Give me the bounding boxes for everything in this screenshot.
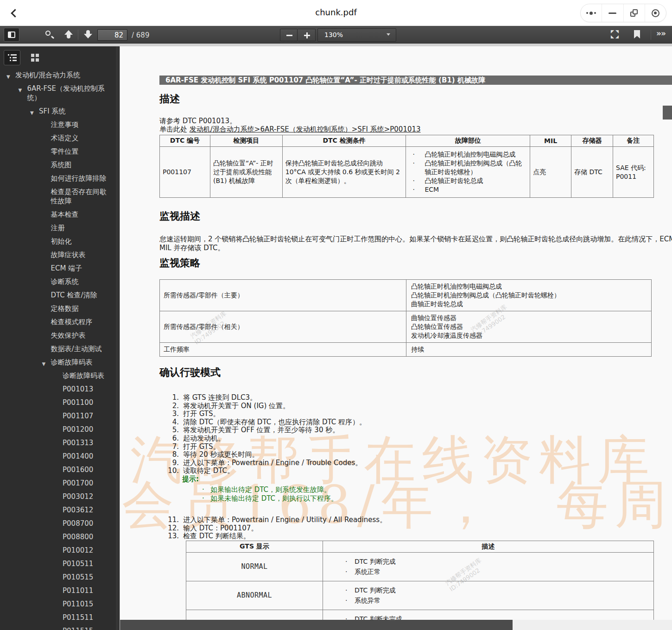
sidebar-item[interactable]: ▼基本检查 (0, 210, 115, 219)
page-number-input[interactable] (97, 29, 127, 41)
sidebar-item-label: P011015 (63, 600, 93, 608)
thumbnails-view-button[interactable] (27, 50, 44, 65)
sidebar-item-label: P008800 (63, 533, 93, 541)
search-icon (45, 31, 51, 36)
sidebar-item[interactable]: ▼失效保护表 (0, 331, 115, 340)
plus-icon-v (306, 32, 308, 38)
sidebar-item[interactable]: ▼诊断系统 (0, 277, 115, 286)
fault-location-cell: 凸轮轴正时机油控制电磁阀总成凸轮轴正时机油控制阀总成（凸轮轴正时齿轮螺栓）凸轮轴… (406, 147, 530, 198)
sidebar-item-label: P001600 (63, 466, 93, 474)
sidebar-item[interactable]: ▼P001013 (0, 384, 115, 394)
procedure-step: 13. 检查 DTC 判断结果。 (159, 532, 672, 541)
sidebar-item[interactable]: ▼P010511 (0, 559, 115, 568)
close-home-button[interactable] (645, 4, 666, 22)
zoom-level-select[interactable]: 130% (317, 28, 396, 42)
memory-cell: 存储 DTC (571, 147, 613, 198)
sidebar-item[interactable]: ▼发动机/混合动力系统 (0, 70, 115, 80)
sidebar-item[interactable]: ▼注意事项 (0, 120, 115, 129)
sidebar-item[interactable]: ▼P011015 (0, 599, 115, 609)
sidebar-item[interactable]: ▼P008800 (0, 532, 115, 542)
sidebar-item[interactable]: ▼诊断故障码表 (0, 371, 115, 380)
dtc-reference-link[interactable]: 发动机/混合动力系统>6AR-FSE（发动机控制系统）>SFI 系统>P0010… (190, 125, 421, 133)
sidebar-item-label: 术语定义 (51, 134, 79, 142)
sidebar-item[interactable]: ▼初始化 (0, 237, 115, 246)
sidebar-item[interactable]: ▼术语定义 (0, 133, 115, 143)
strategy-row: 所需传感器/零部件（主要） 凸轮轴正时机油控制电磁阀总成 凸轮轴正时机油控制阀总… (160, 280, 652, 311)
sidebar-item[interactable]: ▼P008700 (0, 519, 115, 528)
gts-row: ABNORMAL DTC 判断完成 系统异常 (186, 581, 654, 610)
sidebar-item[interactable]: ▼P011511 (0, 613, 115, 622)
sidebar-item-label: 定格数据 (51, 304, 79, 313)
more-tools-button[interactable]: »» (656, 29, 666, 38)
step-number: 13. (159, 532, 179, 541)
sidebar-item[interactable]: ▼如何进行故障排除 (0, 174, 115, 183)
sidebar-item[interactable]: ▼P001313 (0, 438, 115, 447)
sidebar-icon (8, 32, 15, 38)
sidebar-item[interactable]: ▼P003612 (0, 505, 115, 515)
section-title-confirm-driving: 确认行驶模式 (159, 366, 672, 378)
sidebar-item-label: 故障症状表 (51, 251, 86, 259)
sidebar-item[interactable]: ▼P011011 (0, 586, 115, 595)
sidebar-scrollbar-track[interactable] (116, 46, 119, 630)
float-window-button[interactable] (623, 4, 645, 22)
page-total-label: / 689 (132, 31, 149, 39)
reference-line: 请参考 DTC P001013。 (159, 117, 672, 125)
outline-view-button[interactable] (4, 50, 20, 65)
col-header: 检测项目 (210, 135, 282, 147)
sidebar-item[interactable]: ▼P001600 (0, 465, 115, 474)
sidebar-item[interactable]: ▼P001200 (0, 425, 115, 434)
sidebar-item-label: P001013 (63, 385, 93, 393)
sidebar-item[interactable]: ▼P001400 (0, 452, 115, 461)
sidebar-item[interactable]: ▼P003012 (0, 492, 115, 501)
step-number: 6. (159, 435, 179, 443)
previous-page-button[interactable] (63, 29, 74, 40)
sidebar-item[interactable]: ▼P011515 (0, 626, 115, 630)
col-header: DTC 检测条件 (282, 135, 406, 147)
horizontal-scrollbar-thumb[interactable] (120, 620, 513, 630)
sidebar-item[interactable]: ▼注册 (0, 223, 115, 233)
sidebar-item[interactable]: ▼检查是否存在间歇性故障 (0, 187, 115, 206)
zoom-in-button[interactable] (298, 29, 316, 41)
sidebar-item[interactable]: ▼ECM 端子 (0, 264, 115, 273)
sidebar-item[interactable]: ▼P001100 (0, 398, 115, 407)
sidebar-item-label: P001100 (63, 398, 93, 407)
step-number: 9. (159, 459, 179, 467)
search-button[interactable] (44, 30, 55, 40)
section-title-monitor-description: 监视描述 (159, 210, 672, 222)
sidebar-item[interactable]: ▼诊断故障码表 (0, 358, 115, 367)
horizontal-scrollbar-track[interactable] (120, 620, 672, 630)
next-page-button[interactable] (82, 29, 94, 40)
sidebar-item[interactable]: ▼故障症状表 (0, 250, 115, 259)
sidebar-item-label: 零件位置 (51, 147, 79, 156)
more-options-button[interactable] (581, 4, 602, 22)
sidebar-item[interactable]: ▼P001107 (0, 411, 115, 421)
zoom-out-button[interactable] (280, 29, 298, 41)
dtc-table-row: P001107 凸轮轴位置“A”- 正时过于提前或系统性能 (B1) 机械故障 … (160, 147, 654, 198)
sidebar-item[interactable]: ▼DTC 检查/清除 (0, 290, 115, 300)
sidebar-item[interactable]: ▼6AR-FSE（发动机控制系统） (0, 84, 115, 102)
gts-description-cell: DTC 判断完成 系统正常 (323, 552, 654, 581)
presentation-mode-button[interactable]: ◤◥◣◢ (611, 30, 621, 40)
procedure-step: 7. 打开 GTS。 (159, 443, 672, 451)
sidebar-item[interactable]: ▼系统图 (0, 160, 115, 170)
vertical-scrollbar-thumb[interactable] (663, 106, 672, 120)
triangle-down-icon: ▼ (30, 108, 34, 118)
hint-bullet: 如果未输出待定 DTC，则执行以下程序。 (202, 494, 672, 503)
sidebar-item[interactable]: ▼定格数据 (0, 304, 115, 313)
sidebar-item[interactable]: ▼数据表/主动测试 (0, 344, 115, 353)
minimize-button[interactable] (602, 4, 623, 22)
monitor-strategy-table: 所需传感器/零部件（主要） 凸轮轴正时机油控制电磁阀总成 凸轮轴正时机油控制阀总… (159, 279, 652, 357)
bookmark-button[interactable] (634, 30, 640, 38)
sidebar-item[interactable]: ▼P010012 (0, 546, 115, 555)
triangle-down-icon: ▼ (42, 359, 46, 369)
sidebar-item[interactable]: ▼检查模式程序 (0, 317, 115, 327)
sidebar-item[interactable]: ▼P010515 (0, 573, 115, 582)
sidebar-item[interactable]: ▼零件位置 (0, 147, 115, 156)
sidebar-item[interactable]: ▼P001700 (0, 479, 115, 488)
sidebar-item[interactable]: ▼SFI 系统 (0, 107, 115, 116)
gts-bullet: 系统异常 (345, 595, 650, 605)
sidebar-item-label: P010511 (63, 560, 93, 568)
sidebar-item-label: P001400 (63, 452, 93, 460)
fault-item: 凸轮轴正时机油控制阀总成（凸轮轴正时齿轮螺栓） (409, 159, 527, 176)
sidebar-toggle-button[interactable] (4, 28, 19, 42)
